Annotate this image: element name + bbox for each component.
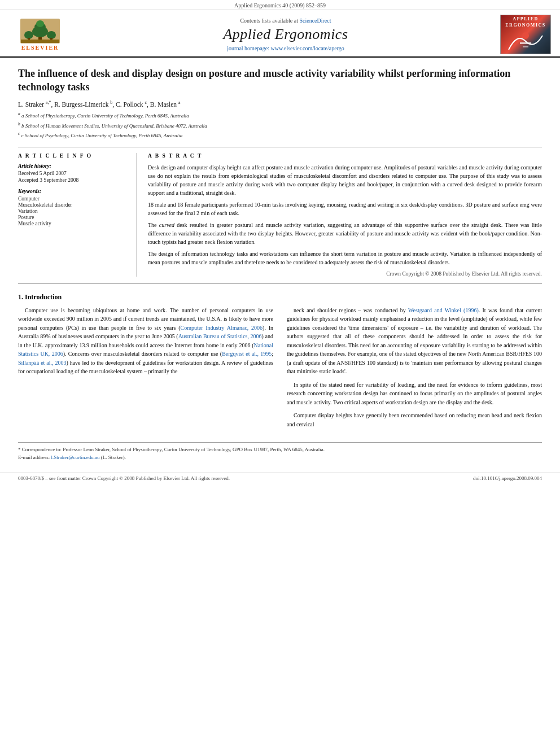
intro-left-para-1: Computer use is becoming ubiquitous at h… (18, 306, 273, 376)
affiliation-b-text: b School of Human Movement Studies, Univ… (21, 123, 207, 129)
svg-rect-13 (523, 46, 528, 47)
logo-line2: ERGONOMICS (505, 23, 545, 28)
keyword-2: Musculoskeletal disorder (18, 202, 130, 208)
affiliation-a: a a School of Physiotherapy, Curtin Univ… (18, 111, 542, 120)
svg-point-5 (24, 31, 33, 39)
keyword-1: Computer (18, 196, 130, 202)
keyword-3: Variation (18, 208, 130, 214)
intro-left-col: Computer use is becoming ubiquitous at h… (18, 306, 273, 434)
affiliation-b: b b School of Human Movement Studies, Un… (18, 121, 542, 130)
affiliation-c: c c School of Psychology, Curtin Univers… (18, 130, 542, 140)
link-westgaard[interactable]: Westgaard and Winkel (1996) (408, 307, 479, 313)
journal-title: Applied Ergonomics (82, 26, 489, 43)
keyword-5: Muscle activity (18, 221, 130, 226)
copyright-line: Crown Copyright © 2008 Published by Else… (148, 271, 542, 277)
applied-ergonomics-logo: APPLIED ERGONOMICS (500, 15, 551, 54)
elsevier-label: ELSEVIER (21, 45, 59, 51)
link-sillanpaa[interactable]: Sillanpää et al., 2003 (18, 360, 66, 366)
journal-header: ELSEVIER Contents lists available at Sci… (0, 10, 560, 58)
sciencedirect-prefix: Contents lists available at (240, 18, 299, 24)
sciencedirect-link[interactable]: ScienceDirect (299, 18, 331, 24)
footnote-email: E-mail address: l.Straker@curtin.edu.au … (18, 454, 542, 462)
svg-rect-12 (520, 42, 531, 44)
article-body: The influence of desk and display design… (0, 58, 560, 473)
article-title: The influence of desk and display design… (18, 67, 542, 94)
abstract-para-4: The design of information technology tas… (148, 250, 542, 267)
article-info-title: A R T I C L E I N F O (18, 153, 130, 159)
abstract-para-2: 18 male and 18 female participants perfo… (148, 200, 542, 217)
introduction-section: 1. Introduction Computer use is becoming… (18, 293, 542, 434)
abstract-title: A B S T R A C T (148, 153, 542, 159)
divider-1 (18, 147, 542, 147)
abstract-para-1: Desk design and computer display height … (148, 163, 542, 197)
intro-heading: 1. Introduction (18, 293, 542, 302)
authors-line: L. Straker a,*, R. Burgess-Limerick b, C… (18, 100, 542, 108)
svg-rect-9 (21, 40, 59, 43)
history-label: Article history: (18, 163, 130, 169)
keyword-4: Posture (18, 215, 130, 220)
homepage-prefix: journal homepage: (227, 45, 270, 51)
info-abstract-section: A R T I C L E I N F O Article history: R… (18, 153, 542, 277)
keywords-section: Keywords: Computer Musculoskeletal disor… (18, 189, 130, 226)
divider-2 (18, 283, 542, 284)
intro-right-para-3: Computer display heights have generally … (287, 411, 542, 429)
affiliations: a a School of Physiotherapy, Curtin Univ… (18, 111, 542, 140)
intro-text-cols: Computer use is becoming ubiquitous at h… (18, 306, 542, 434)
issn-text: 0003-6870/$ – see front matter Crown Cop… (18, 475, 230, 481)
abstract-para-3: The curved desk resulted in greater post… (148, 221, 542, 246)
abstract-col: A B S T R A C T Desk design and computer… (148, 153, 542, 277)
svg-point-11 (522, 32, 529, 39)
svg-point-4 (36, 20, 44, 27)
sciencedirect-line: Contents lists available at ScienceDirec… (82, 18, 489, 24)
journal-citation: Applied Ergonomics 40 (2009) 852–859 (0, 0, 560, 10)
homepage-url[interactable]: www.elsevier.com/locate/apergo (270, 45, 344, 51)
doi-text: doi:10.1016/j.apergo.2008.09.004 (473, 475, 542, 481)
link-abs[interactable]: Australian Bureau of Statistics, 2006 (178, 333, 262, 339)
intro-right-para-2: In spite of the stated need for variabil… (287, 381, 542, 407)
keywords-label: Keywords: (18, 189, 130, 194)
affiliation-c-text: c School of Psychology, Curtin Universit… (21, 133, 183, 138)
journal-center: Contents lists available at ScienceDirec… (71, 18, 500, 51)
elsevier-logo-area: ELSEVIER (9, 19, 71, 51)
article-info-col: A R T I C L E I N F O Article history: R… (18, 153, 137, 277)
logo-line1: APPLIED (513, 16, 539, 21)
affiliation-a-text: a School of Physiotherapy, Curtin Univer… (21, 113, 189, 119)
footnote-correspondence: * Correspondence to: Professor Leon Stra… (18, 446, 542, 454)
elsevier-tree-icon (20, 19, 60, 43)
svg-point-7 (47, 31, 56, 39)
footnotes: * Correspondence to: Professor Leon Stra… (18, 442, 542, 461)
journal-homepage: journal homepage: www.elsevier.com/locat… (82, 45, 489, 51)
intro-right-para-1: neck and shoulder regions – was conducte… (287, 306, 542, 376)
email-link[interactable]: l.Straker@curtin.edu.au (51, 455, 99, 460)
intro-right-col: neck and shoulder regions – was conducte… (287, 306, 542, 434)
accepted-date: Accepted 3 September 2008 (18, 177, 130, 183)
bottom-bar: 0003-6870/$ – see front matter Crown Cop… (0, 473, 560, 483)
link-bergqvist[interactable]: Bergqvist et al., 1995 (222, 351, 272, 357)
link-computer-almanac[interactable]: Computer Industry Almanac, 2006 (180, 325, 262, 331)
citation-text: Applied Ergonomics 40 (2009) 852–859 (234, 2, 326, 8)
received-date: Received 5 April 2007 (18, 171, 130, 176)
abstract-text: Desk design and computer display height … (148, 163, 542, 267)
